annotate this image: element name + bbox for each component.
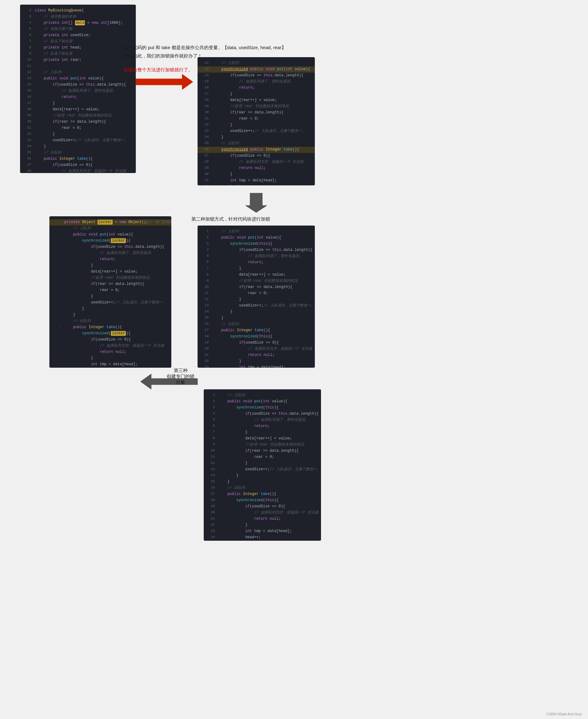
- section3-label: 第三种 创建专门的锁对象: [167, 368, 194, 385]
- code-block-mid-right: 1 // 入队列 2 public void put(int value){ 3…: [197, 225, 315, 368]
- code-block-top-left: 2class MyBlockingQueue{ 3 // 保存数据的本体 4 p…: [20, 5, 136, 173]
- annotation-line1: 这个代码的 put 和 take 都是在操作公共的变量。【data, usedS…: [124, 45, 286, 50]
- section2-label: 第二种加锁方式，针对代码块进行加锁: [191, 216, 270, 222]
- annotation-line2: 既然如此，我们的加锁操作就好办了！: [124, 53, 202, 58]
- arrow-right-top: [133, 71, 194, 93]
- credit-text: CSDN ©Dark And Grey: [547, 712, 582, 716]
- code-block-bottom-right: 1 // 入队列 2 public void put(int value){ 3…: [204, 389, 321, 541]
- svg-marker-0: [136, 74, 193, 89]
- code-block-bottom-left: private Object locker = new Object();// …: [49, 216, 171, 368]
- page-container: 2class MyBlockingQueue{ 3 // 保存数据的本体 4 p…: [0, 0, 588, 719]
- arrow-down-1: [244, 192, 269, 213]
- code-block-top-right: 12 // 入队列 13 synchronized public void pu…: [197, 57, 315, 185]
- svg-marker-1: [245, 193, 267, 213]
